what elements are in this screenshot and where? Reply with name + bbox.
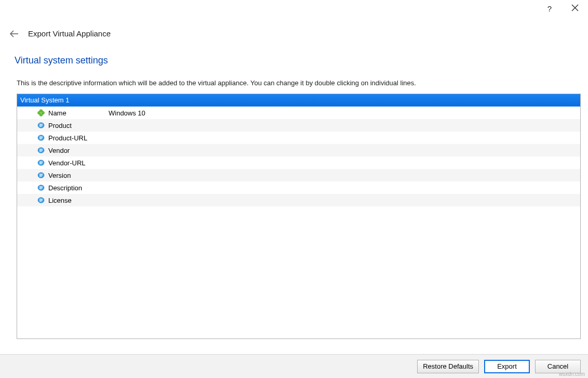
row-label: License: [48, 197, 109, 204]
wizard-title: Export Virtual Appliance: [28, 29, 111, 38]
table-row[interactable]: Vendor: [17, 144, 580, 157]
table-row[interactable]: Vendor-URL: [17, 157, 580, 169]
row-label: Name: [48, 109, 109, 117]
table-row[interactable]: NameWindows 10: [17, 107, 580, 119]
row-value[interactable]: Windows 10: [109, 109, 580, 117]
table-row[interactable]: Description: [17, 181, 580, 194]
page-description: This is the descriptive information whic…: [17, 79, 416, 87]
close-icon[interactable]: [571, 4, 579, 13]
restore-defaults-button[interactable]: Restore Defaults: [417, 360, 479, 373]
row-label: Product: [48, 122, 109, 129]
row-label: Vendor-URL: [48, 159, 109, 167]
text-field-icon: [37, 146, 45, 154]
titlebar: ?: [547, 0, 588, 21]
button-bar: Restore Defaults Export Cancel: [0, 354, 588, 378]
back-arrow-icon[interactable]: [9, 30, 19, 37]
table-row[interactable]: Version: [17, 169, 580, 181]
text-field-icon: [37, 196, 45, 204]
export-appliance-dialog: ? Export Virtual Appliance Virtual syste…: [0, 0, 588, 378]
export-button[interactable]: Export: [484, 360, 530, 373]
row-label: Product-URL: [48, 134, 109, 142]
row-label: Vendor: [48, 147, 109, 154]
virtual-system-table: Virtual System 1 NameWindows 10ProductPr…: [17, 94, 581, 339]
page-heading: Virtual system settings: [15, 55, 108, 66]
virtual-system-group-header[interactable]: Virtual System 1: [17, 94, 580, 107]
clover-icon: [37, 109, 45, 117]
text-field-icon: [37, 134, 45, 142]
text-field-icon: [37, 171, 45, 179]
row-label: Description: [48, 184, 109, 192]
table-row[interactable]: License: [17, 194, 580, 206]
text-field-icon: [37, 121, 45, 129]
help-icon[interactable]: ?: [547, 4, 552, 13]
row-label: Version: [48, 172, 109, 179]
watermark: wsxdn.com: [559, 371, 585, 377]
table-row[interactable]: Product-URL: [17, 132, 580, 144]
text-field-icon: [37, 184, 45, 192]
table-row[interactable]: Product: [17, 119, 580, 132]
text-field-icon: [37, 159, 45, 167]
wizard-header: Export Virtual Appliance: [9, 29, 111, 38]
